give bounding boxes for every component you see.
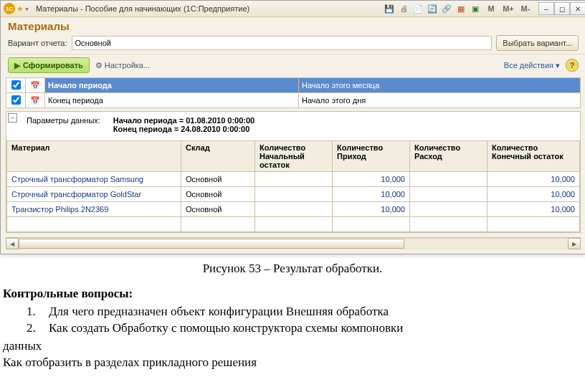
close-button[interactable]: ✕ xyxy=(570,2,585,15)
app-logo-icon: 1C xyxy=(4,3,15,14)
calc-icon[interactable]: ▦ xyxy=(455,3,467,14)
app-window: 1C ★ ▾ Материалы - Пособие для начинающи… xyxy=(0,0,585,254)
link-icon[interactable]: 🔗 xyxy=(441,3,452,14)
period-checkbox[interactable] xyxy=(11,95,21,105)
col-sklad: Склад xyxy=(181,141,255,172)
variant-label: Вариант отчета: xyxy=(8,39,67,47)
col-kon: Количество Конечный остаток xyxy=(488,141,580,172)
favorite-icon[interactable]: ★ xyxy=(16,4,24,14)
play-icon: ▶ xyxy=(14,61,20,70)
period-value: Начало этого дня xyxy=(299,93,581,108)
help-icon[interactable]: ? xyxy=(566,59,579,72)
period-name: Начало периода xyxy=(45,78,299,93)
calendar-icon: 📅 xyxy=(26,93,45,108)
questions-heading: Контрольные вопросы: xyxy=(3,286,582,302)
params-block: Параметры данных: Начало периода = 01.08… xyxy=(6,112,580,138)
save-icon[interactable]: 💾 xyxy=(384,3,395,14)
run-button[interactable]: ▶Сформировать xyxy=(8,57,90,73)
titlebar: 1C ★ ▾ Материалы - Пособие для начинающи… xyxy=(1,1,585,17)
period-checkbox[interactable] xyxy=(11,80,21,90)
collapse-icon[interactable]: – xyxy=(8,113,17,123)
m-minus-button[interactable]: M- xyxy=(518,3,533,14)
refresh-icon[interactable]: 🔄 xyxy=(427,3,438,14)
scroll-left-button[interactable]: ◀ xyxy=(6,238,19,249)
question-trail: данных xyxy=(3,338,582,355)
minimize-button[interactable]: – xyxy=(538,2,554,15)
titlebar-tools: 💾 🖨 📄 🔄 🔗 ▦ ▣ M M+ M- xyxy=(381,3,536,14)
toolbar: ▶Сформировать ⚙Настройка... Все действия… xyxy=(1,54,585,76)
scroll-right-button[interactable]: ▶ xyxy=(568,238,581,249)
params-values: Начало периода = 01.08.2010 0:00:00 Коне… xyxy=(113,116,255,133)
h-scrollbar[interactable]: ◀ ▶ xyxy=(6,237,581,249)
variant-row: Вариант отчета: Основной Выбрать вариант… xyxy=(1,34,585,54)
question-item: Как создать Обработку с помощью конструк… xyxy=(39,320,582,337)
m-plus-button[interactable]: M+ xyxy=(501,3,515,14)
variant-input[interactable]: Основной xyxy=(72,36,493,50)
maximize-button[interactable]: ◻ xyxy=(554,2,570,15)
table-row[interactable]: Строчный трансформатор SamsungОсновной 1… xyxy=(7,172,580,187)
col-material: Материал xyxy=(7,141,181,172)
col-rash: Количество Расход xyxy=(410,141,488,172)
col-prih: Количество Приход xyxy=(333,141,410,172)
period-value: Начало этого месяца xyxy=(299,78,581,93)
scroll-thumb[interactable] xyxy=(19,239,404,249)
window-title: Материалы - Пособие для начинающих (1С:П… xyxy=(32,4,381,13)
chevron-down-icon: ▾ xyxy=(556,61,560,70)
questions-block: Контрольные вопросы: Для чего предназнач… xyxy=(0,286,585,377)
data-table: Материал Склад Количество Начальный оста… xyxy=(6,140,580,232)
period-row[interactable]: 📅 Конец периода Начало этого дня xyxy=(6,93,581,108)
all-actions-button[interactable]: Все действия▾ xyxy=(504,61,560,70)
period-name: Конец периода xyxy=(45,93,299,108)
question-item: Для чего предназначен объект конфигураци… xyxy=(39,304,582,320)
gear-icon: ⚙ xyxy=(95,61,103,70)
figure-caption: Рисунок 53 – Результат обработки. xyxy=(0,254,585,286)
print-icon[interactable]: 🖨 xyxy=(398,3,409,14)
params-label: Параметры данных: xyxy=(27,116,100,133)
doc-icon[interactable]: 📄 xyxy=(412,3,424,14)
settings-button[interactable]: ⚙Настройка... xyxy=(95,61,150,70)
calendar-icon[interactable]: ▣ xyxy=(470,3,481,14)
table-row-empty xyxy=(7,217,580,232)
scroll-track[interactable] xyxy=(19,239,568,249)
choose-variant-button[interactable]: Выбрать вариант... xyxy=(496,35,579,51)
page-title: Материалы xyxy=(1,17,585,34)
question-trail: Как отобразить в разделах прикладного ре… xyxy=(3,355,582,371)
period-table: 📅 Начало периода Начало этого месяца 📅 К… xyxy=(6,77,581,108)
m-button[interactable]: M xyxy=(484,3,498,14)
table-row[interactable]: Строчный трансформатор GoldStarОсновной … xyxy=(7,187,580,202)
col-nach: Количество Начальный остаток xyxy=(255,141,333,172)
period-row[interactable]: 📅 Начало периода Начало этого месяца xyxy=(6,78,581,93)
dropdown-icon[interactable]: ▾ xyxy=(25,5,29,13)
report-area: – Параметры данных: Начало периода = 01.… xyxy=(6,111,581,233)
table-row[interactable]: Транзистор Philips 2N2369Основной 10,000… xyxy=(7,202,580,217)
table-header-row: Материал Склад Количество Начальный оста… xyxy=(7,141,580,172)
calendar-icon: 📅 xyxy=(26,78,45,93)
